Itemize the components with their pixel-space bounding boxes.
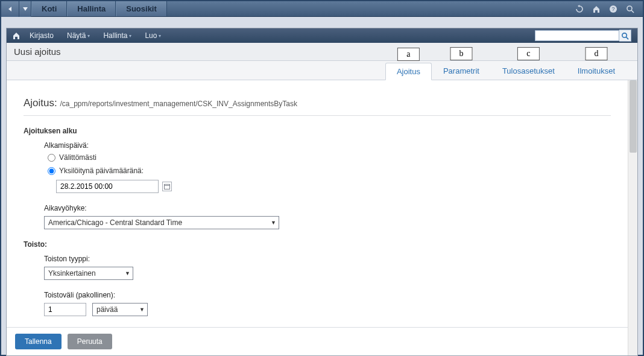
svg-point-4: [622, 33, 627, 37]
calendar-icon[interactable]: [162, 182, 172, 191]
refresh-icon[interactable]: [575, 5, 584, 13]
timezone-label: Aikavyöhyke:: [44, 204, 611, 212]
tab-letter-d: d: [585, 47, 607, 60]
repeat-interval-label: Toistoväli (pakollinen):: [44, 291, 611, 299]
back-button[interactable]: [1, 1, 19, 17]
menu-kirjasto[interactable]: Kirjasto: [24, 28, 60, 43]
back-history-dropdown[interactable]: [19, 1, 31, 17]
cancel-button[interactable]: Peruuta: [68, 334, 112, 349]
menu-search-button[interactable]: [619, 30, 631, 42]
home-icon[interactable]: [592, 5, 601, 13]
group-start: Ajoituksen alku: [24, 127, 611, 135]
vertical-scrollbar[interactable]: [628, 80, 637, 355]
menu-bar: Kirjasto Näytä▾ Hallinta▾ Luo▾: [7, 28, 637, 43]
start-date-label: Alkamispäivä:: [44, 141, 611, 150]
tab-letter-c: c: [517, 47, 539, 60]
start-datetime-input[interactable]: [56, 180, 159, 193]
tab-parametrit[interactable]: b Parametrit: [432, 62, 491, 80]
page-title: Uusi ajoitus: [7, 43, 637, 61]
menu-luo[interactable]: Luo▾: [139, 28, 167, 43]
svg-line-3: [631, 10, 634, 13]
svg-text:?: ?: [611, 6, 614, 12]
repeat-type-select[interactable]: Yksinkertainen ▼: [44, 267, 133, 280]
radio-immediate-label: Välittömästi: [59, 153, 96, 162]
browser-top-bar: Koti Hallinta Suosikit ?: [1, 1, 643, 17]
repeat-interval-input[interactable]: [44, 303, 86, 316]
topbar-tab-suosikit[interactable]: Suosikit: [116, 1, 167, 16]
svg-rect-6: [165, 185, 170, 189]
tab-ajoitus[interactable]: a Ajoitus: [385, 63, 432, 80]
radio-specific[interactable]: [48, 167, 55, 175]
radio-specific-label: Yksilöitynä päivämääränä:: [59, 167, 144, 175]
topbar-tab-koti[interactable]: Koti: [31, 1, 67, 16]
scrollbar-thumb[interactable]: [630, 80, 637, 153]
svg-point-2: [627, 6, 632, 11]
content-area: Ajoitus: /ca_ppm/reports/investment_mana…: [7, 80, 628, 355]
menu-nayta[interactable]: Näytä▾: [61, 28, 96, 43]
menu-hallinta[interactable]: Hallinta▾: [97, 28, 137, 43]
tab-tulosasetukset[interactable]: c Tulosasetukset: [491, 62, 566, 80]
menu-search-input[interactable]: [535, 30, 619, 41]
menu-home-icon[interactable]: [10, 30, 22, 42]
search-icon[interactable]: [626, 5, 634, 13]
svg-line-5: [626, 37, 628, 39]
help-icon[interactable]: ?: [609, 5, 617, 13]
group-repeat: Toisto:: [24, 240, 611, 249]
tab-ilmoitukset[interactable]: d Ilmoitukset: [566, 62, 627, 80]
tabs-row: a Ajoitus b Parametrit c Tulosasetukset …: [7, 61, 637, 80]
section-heading: Ajoitus: /ca_ppm/reports/investment_mana…: [24, 97, 611, 116]
tab-letter-a: a: [397, 48, 419, 61]
tab-letter-b: b: [450, 47, 472, 60]
repeat-unit-select[interactable]: päivää ▼: [92, 303, 148, 316]
save-button[interactable]: Tallenna: [15, 334, 62, 349]
report-path: /ca_ppm/reports/investment_management/CS…: [60, 100, 297, 108]
timezone-select[interactable]: America/Chicago - Central Standard Time …: [44, 216, 279, 229]
footer-actions: Tallenna Peruuta: [7, 327, 628, 355]
repeat-type-label: Toiston tyyppi:: [44, 255, 611, 263]
topbar-tab-hallinta[interactable]: Hallinta: [67, 1, 116, 16]
radio-immediate[interactable]: [48, 154, 55, 162]
